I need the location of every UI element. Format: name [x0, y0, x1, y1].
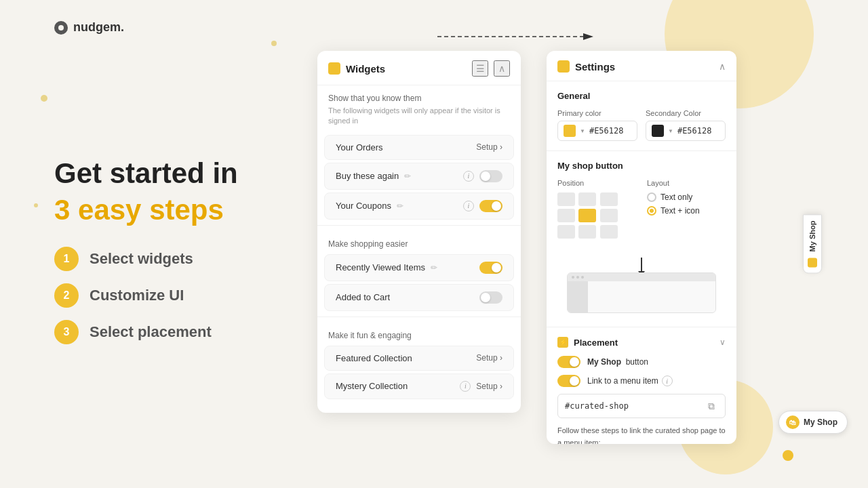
layout-label: Layout: [647, 179, 726, 187]
pos-cell-ml[interactable]: [557, 209, 575, 222]
settings-title-icon: [557, 60, 570, 73]
primary-color-hex: #E56128: [589, 126, 624, 136]
browser-content: My Shop: [568, 281, 715, 312]
widgets-panel: Widgets ☰ ∧ Show that you know them The …: [317, 51, 521, 413]
curated-tag-text: #curated-shop: [565, 401, 629, 411]
text-only-label: Text only: [660, 192, 692, 202]
position-layout-row: Position Layout: [557, 179, 726, 239]
primary-color-input[interactable]: ▼ #E56128: [557, 121, 637, 141]
widget-featured-collection: Featured Collection Setup ›: [324, 346, 514, 371]
mystery-collection-setup-button[interactable]: Setup ›: [476, 382, 502, 391]
layout-col: Layout Text only Text + icon: [647, 179, 726, 239]
pos-cell-mr[interactable]: [600, 209, 618, 222]
myshop-vertical-button[interactable]: My Shop: [803, 215, 822, 274]
settings-header: Settings ∧: [547, 51, 736, 81]
step-item-3: 3 Select placement: [54, 320, 271, 344]
myshop-vertical-icon: [808, 258, 817, 267]
position-label: Position: [557, 179, 636, 187]
text-icon-label: Text + icon: [660, 206, 700, 216]
your-orders-setup-button[interactable]: Setup ›: [476, 142, 502, 152]
widget-your-coupons-label: Your Coupons: [336, 201, 391, 211]
steps-list: 1 Select widgets 2 Customize UI 3 Select…: [54, 247, 271, 344]
buy-again-edit-icon[interactable]: ✏: [404, 171, 411, 181]
widget-recently-viewed-label: Recently Viewed Items: [336, 262, 425, 272]
link-to-menu-row: Link to a menu item i: [557, 375, 726, 387]
step-label-2: Customize UI: [90, 287, 184, 304]
dashed-arrow-decoration: [437, 30, 600, 50]
svg-marker-1: [583, 33, 593, 40]
settings-title: Settings: [557, 60, 615, 73]
step-item-2: 2 Customize UI: [54, 283, 271, 308]
myshop-placement-label: My Shop button: [587, 357, 726, 367]
myshop-vertical-label: My Shop: [808, 221, 816, 252]
panel-title-text: Widgets: [346, 63, 385, 75]
browser-mockup: My Shop: [567, 272, 716, 313]
secondary-color-input[interactable]: ▼ #E56128: [646, 121, 726, 141]
myshop-placement-suffix: button: [626, 357, 648, 367]
copy-tag-button[interactable]: ⧉: [705, 399, 718, 413]
widget-featured-collection-label: Featured Collection: [336, 353, 412, 363]
myshop-btn-icon: 🛍: [786, 415, 800, 429]
layout-radio-group: Text only Text + icon: [647, 192, 726, 216]
link-menu-info-icon[interactable]: i: [662, 375, 673, 386]
pos-cell-tr[interactable]: [600, 192, 618, 206]
collapse-widgets-button[interactable]: ∧: [494, 60, 510, 77]
buy-again-toggle[interactable]: [479, 170, 502, 182]
step-label-3: Select placement: [90, 323, 212, 341]
pos-cell-mc[interactable]: [578, 209, 596, 222]
pos-cell-bc[interactable]: [578, 225, 596, 239]
list-view-button[interactable]: ☰: [472, 60, 488, 77]
panel-title: Widgets: [328, 62, 385, 75]
widget-recently-viewed: Recently Viewed Items ✏: [324, 254, 514, 281]
recently-viewed-edit-icon[interactable]: ✏: [431, 263, 437, 272]
widget-mystery-collection: Mystery Collection i Setup ›: [324, 373, 514, 399]
secondary-color-label: Secondary Color: [646, 109, 726, 117]
general-title: General: [557, 91, 726, 101]
settings-panel: Settings ∧ General Primary color ▼ #E561…: [547, 51, 736, 444]
widget-buy-again-label: Buy these again: [336, 171, 399, 181]
pos-cell-tl[interactable]: [557, 192, 575, 206]
widget-buy-again: Buy these again ✏ i: [324, 163, 514, 190]
pos-cell-tc[interactable]: [578, 192, 596, 206]
text-only-radio[interactable]: Text only: [647, 192, 726, 202]
section1-label: Show that you know them: [317, 85, 521, 106]
section1-sublabel: The following widgets will only appear i…: [317, 106, 521, 132]
collapse-placement-button[interactable]: ∨: [719, 338, 726, 347]
mystery-collection-info-icon[interactable]: i: [460, 381, 471, 392]
myshop-preview-button[interactable]: 🛍 My Shop: [778, 411, 848, 434]
link-menu-label: Link to a menu item i: [587, 375, 726, 386]
recently-viewed-toggle[interactable]: [479, 262, 502, 274]
widget-mystery-collection-label: Mystery Collection: [336, 381, 408, 391]
placement-title-text: Placement: [574, 338, 618, 348]
coupons-edit-icon[interactable]: ✏: [397, 201, 403, 211]
myshop-placement-toggle[interactable]: [557, 356, 580, 368]
position-col: Position: [557, 179, 636, 239]
widget-your-orders: Your Orders Setup ›: [324, 135, 514, 160]
added-to-cart-toggle[interactable]: [479, 291, 502, 304]
text-only-radio-circle: [647, 192, 656, 202]
secondary-color-swatch: [652, 125, 664, 137]
instructions-block: Follow these steps to link the curated s…: [557, 425, 726, 444]
curated-tag-row: #curated-shop ⧉: [557, 394, 726, 418]
buy-again-info-icon[interactable]: i: [463, 171, 474, 182]
widget-your-coupons: Your Coupons ✏ i: [324, 192, 514, 220]
primary-color-swatch: [564, 125, 576, 137]
collapse-settings-button[interactable]: ∧: [719, 61, 726, 72]
link-menu-toggle[interactable]: [557, 375, 580, 387]
text-icon-radio[interactable]: Text + icon: [647, 206, 726, 216]
placement-icon: ⚡: [557, 337, 568, 348]
step-number-1: 1: [54, 247, 79, 271]
widget-added-to-cart: Added to Cart: [324, 284, 514, 311]
coupons-info-icon[interactable]: i: [463, 201, 474, 211]
step-number-2: 2: [54, 283, 79, 308]
coupons-toggle[interactable]: [479, 200, 502, 212]
section3-label: Make it fun & engaging: [317, 323, 521, 343]
color-row: Primary color ▼ #E56128 Secondary Color …: [557, 109, 726, 141]
pos-cell-br[interactable]: [600, 225, 618, 239]
widget-added-to-cart-label: Added to Cart: [336, 292, 390, 302]
section2-label: Make shopping easier: [317, 231, 521, 251]
featured-collection-setup-button[interactable]: Setup ›: [476, 353, 502, 363]
text-icon-radio-circle: [647, 206, 656, 216]
myshop-placement-bold: My Shop: [587, 357, 621, 367]
pos-cell-bl[interactable]: [557, 225, 575, 239]
